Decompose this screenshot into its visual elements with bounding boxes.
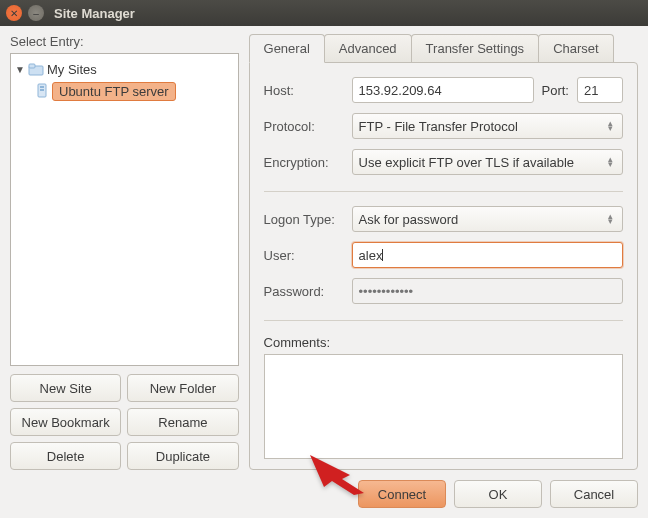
encryption-label: Encryption: — [264, 155, 344, 170]
tab-panel-general: Host: Port: Protocol: FTP - File Transfe… — [249, 62, 638, 470]
tabs: General Advanced Transfer Settings Chars… — [249, 34, 638, 62]
tree-root-label: My Sites — [47, 62, 97, 77]
logon-label: Logon Type: — [264, 212, 344, 227]
protocol-label: Protocol: — [264, 119, 344, 134]
user-input[interactable]: alex — [352, 242, 623, 268]
protocol-select[interactable]: FTP - File Transfer Protocol ▴▾ — [352, 113, 623, 139]
svg-rect-4 — [40, 89, 44, 91]
tree-root[interactable]: ▼ My Sites — [13, 58, 236, 80]
encryption-value: Use explicit FTP over TLS if available — [359, 155, 575, 170]
new-bookmark-button[interactable]: New Bookmark — [10, 408, 121, 436]
dialog-footer: Connect OK Cancel — [10, 480, 638, 508]
titlebar: ✕ – Site Manager — [0, 0, 648, 26]
chevron-down-icon[interactable]: ▼ — [15, 64, 25, 75]
password-input — [352, 278, 623, 304]
encryption-select[interactable]: Use explicit FTP over TLS if available ▴… — [352, 149, 623, 175]
select-entry-label: Select Entry: — [10, 34, 239, 49]
tab-charset[interactable]: Charset — [538, 34, 614, 62]
port-label: Port: — [542, 83, 569, 98]
tab-advanced[interactable]: Advanced — [324, 34, 412, 62]
logon-select[interactable]: Ask for password ▴▾ — [352, 206, 623, 232]
cancel-button[interactable]: Cancel — [550, 480, 638, 508]
text-caret — [382, 249, 383, 261]
duplicate-button[interactable]: Duplicate — [127, 442, 238, 470]
updown-icon: ▴▾ — [602, 157, 618, 167]
port-input[interactable] — [577, 77, 623, 103]
updown-icon: ▴▾ — [602, 214, 618, 224]
svg-rect-3 — [40, 86, 44, 88]
delete-button[interactable]: Delete — [10, 442, 121, 470]
comments-input[interactable] — [264, 354, 623, 459]
password-label: Password: — [264, 284, 344, 299]
close-icon[interactable]: ✕ — [6, 5, 22, 21]
logon-value: Ask for password — [359, 212, 459, 227]
new-site-button[interactable]: New Site — [10, 374, 121, 402]
user-value: alex — [359, 248, 383, 263]
ok-button[interactable]: OK — [454, 480, 542, 508]
divider — [264, 320, 623, 321]
protocol-value: FTP - File Transfer Protocol — [359, 119, 518, 134]
rename-button[interactable]: Rename — [127, 408, 238, 436]
tab-transfer[interactable]: Transfer Settings — [411, 34, 540, 62]
comments-label: Comments: — [264, 335, 623, 350]
host-label: Host: — [264, 83, 344, 98]
user-label: User: — [264, 248, 344, 263]
updown-icon: ▴▾ — [602, 121, 618, 131]
minimize-icon[interactable]: – — [28, 5, 44, 21]
server-icon — [35, 83, 49, 99]
site-tree[interactable]: ▼ My Sites Ubuntu FTP server — [10, 53, 239, 366]
folder-icon — [28, 62, 44, 76]
tree-item[interactable]: Ubuntu FTP server — [13, 80, 236, 102]
tab-general[interactable]: General — [249, 34, 325, 63]
tree-item-label: Ubuntu FTP server — [52, 82, 176, 101]
svg-rect-1 — [29, 64, 35, 68]
connect-button[interactable]: Connect — [358, 480, 446, 508]
window-title: Site Manager — [54, 6, 135, 21]
new-folder-button[interactable]: New Folder — [127, 374, 238, 402]
host-input[interactable] — [352, 77, 534, 103]
divider — [264, 191, 623, 192]
